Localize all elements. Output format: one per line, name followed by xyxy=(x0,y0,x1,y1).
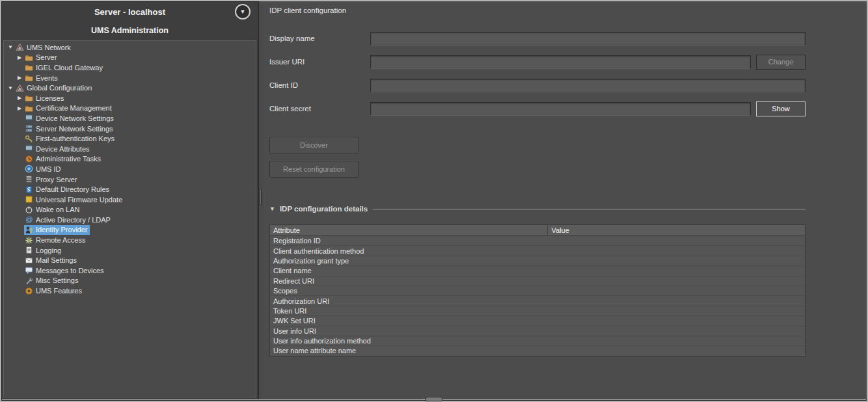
show-button[interactable]: Show xyxy=(756,101,806,116)
tree-item-content[interactable]: Messages to Devices xyxy=(24,265,107,276)
tree-item-identity-provider[interactable]: Identity Provider xyxy=(4,225,256,235)
page-title: IDP client configuration xyxy=(269,7,806,14)
client-id-input[interactable] xyxy=(370,79,806,92)
tree-item-universal-firmware-update[interactable]: Universal Firmware Update xyxy=(4,194,256,205)
table-row[interactable]: User name attribute name xyxy=(270,346,805,356)
column-header-value[interactable]: Value xyxy=(548,225,805,235)
tree-item-server-network-settings[interactable]: Server Network Settings xyxy=(4,124,256,134)
tree-item-device-network-settings[interactable]: Device Network Settings xyxy=(4,113,256,124)
svg-text:@: @ xyxy=(25,216,33,224)
tree-item-device-attributes[interactable]: Device Attributes xyxy=(4,144,256,154)
wrench-icon xyxy=(25,276,33,285)
chevron-down-icon[interactable]: ▼ xyxy=(6,83,15,93)
tree-item-content[interactable]: UMS ID xyxy=(24,164,64,174)
tree-item-content[interactable]: UMS Network xyxy=(15,42,74,53)
change-button[interactable]: Change xyxy=(756,55,806,70)
monitor-icon xyxy=(25,114,33,122)
tree-item-ums-id[interactable]: UMS ID xyxy=(4,164,256,174)
tree-item-messages-to-devices[interactable]: Messages to Devices xyxy=(4,265,256,276)
tree-item-content[interactable]: Wake on LAN xyxy=(24,205,82,215)
server-menu-button[interactable]: ▼ xyxy=(235,4,251,20)
splitter-grip-icon[interactable] xyxy=(260,189,262,206)
tree-item-content[interactable]: Remote Access xyxy=(24,235,88,245)
tree-item-content[interactable]: Device Attributes xyxy=(24,144,92,154)
tree-item-certificate-management[interactable]: ▶Certificate Management xyxy=(4,103,256,114)
tree-item-administrative-tasks[interactable]: Administrative Tasks xyxy=(4,154,256,165)
issuer-uri-label: Issuer URI xyxy=(269,58,370,66)
attribute-cell: User info URI xyxy=(270,327,548,335)
server-network-icon xyxy=(25,124,33,133)
tree-item-content[interactable]: Device Network Settings xyxy=(24,113,116,124)
chevron-right-icon[interactable]: ▶ xyxy=(15,53,24,62)
tree-item-ums-network[interactable]: ▼UMS Network xyxy=(4,42,256,53)
chevron-down-icon[interactable]: ▼ xyxy=(269,206,275,212)
tree-item-content[interactable]: Licenses xyxy=(24,93,66,103)
chevron-right-icon[interactable]: ▶ xyxy=(15,93,24,103)
tree-item-active-directory-ldap[interactable]: @Active Directory / LDAP xyxy=(4,215,256,225)
tree-item-content[interactable]: @Active Directory / LDAP xyxy=(24,215,113,225)
tree-item-content[interactable]: UMS Features xyxy=(24,286,85,296)
tree-item-misc-settings[interactable]: Misc Settings xyxy=(4,276,256,286)
attribute-cell: User name attribute name xyxy=(270,347,548,355)
tree-item-content[interactable]: First-authentication Keys xyxy=(24,133,117,144)
attribute-cell: Client authentication method xyxy=(270,247,548,255)
tree-item-igel-cloud-gateway[interactable]: IGEL Cloud Gateway xyxy=(4,62,256,73)
wake-on-lan-icon xyxy=(25,206,33,214)
chevron-right-icon[interactable]: ▶ xyxy=(15,73,24,83)
client-secret-input[interactable] xyxy=(370,102,751,116)
window-collapse-grip[interactable] xyxy=(426,397,442,401)
table-row[interactable]: Registration ID xyxy=(270,236,805,246)
sidebar-subheader: UMS Administration xyxy=(1,22,258,39)
tree-item-content[interactable]: Server Network Settings xyxy=(24,124,116,134)
tree-item-content[interactable]: Administrative Tasks xyxy=(24,154,103,165)
at-symbol-icon: @ xyxy=(25,215,33,224)
discover-button[interactable]: Discover xyxy=(269,137,359,154)
tree-item-global-configuration[interactable]: ▼Global Configuration xyxy=(4,83,256,93)
table-row[interactable]: Redirect URI xyxy=(270,276,805,286)
tree-item-content[interactable]: Mail Settings xyxy=(24,255,79,265)
tree-item-content[interactable]: Universal Firmware Update xyxy=(24,194,125,205)
tree-item-default-directory-rules[interactable]: Default Directory Rules xyxy=(4,184,256,194)
tree-item-content[interactable]: Global Configuration xyxy=(15,83,94,93)
tree-item-content[interactable]: Default Directory Rules xyxy=(24,184,112,194)
table-row[interactable]: User info authorization method xyxy=(270,336,805,346)
table-row[interactable]: Authorization grant type xyxy=(270,256,805,266)
chevron-right-icon[interactable]: ▶ xyxy=(15,103,24,113)
table-row[interactable]: Authorization URI xyxy=(270,296,805,306)
tree-item-first-authentication-keys[interactable]: First-authentication Keys xyxy=(4,133,256,144)
chevron-down-icon[interactable]: ▼ xyxy=(6,42,15,52)
tree-item-content[interactable]: Logging xyxy=(24,245,64,256)
main-panel: IDP client configuration Display nameIss… xyxy=(263,1,867,399)
table-row[interactable]: Client name xyxy=(270,266,805,276)
display-name-input[interactable] xyxy=(370,32,806,46)
tree-item-content[interactable]: Misc Settings xyxy=(24,276,81,286)
table-row[interactable]: JWK Set URI xyxy=(270,316,805,326)
tree-item-proxy-server[interactable]: Proxy Server xyxy=(4,174,256,185)
table-row[interactable]: User info URI xyxy=(270,327,805,336)
attribute-cell: JWK Set URI xyxy=(270,317,548,325)
table-row[interactable]: Token URI xyxy=(270,306,805,316)
reset-configuration-button[interactable]: Reset configuration xyxy=(269,161,359,178)
tree-item-logging[interactable]: Logging xyxy=(4,245,256,256)
tree-item-label: Active Directory / LDAP xyxy=(36,216,111,224)
table-row[interactable]: Client authentication method xyxy=(270,246,805,256)
field-row-display-name: Display name xyxy=(269,31,806,46)
tree-item-mail-settings[interactable]: Mail Settings xyxy=(4,255,256,265)
tree-item-server[interactable]: ▶Server xyxy=(4,53,256,63)
tree-item-ums-features[interactable]: UMS Features xyxy=(4,286,256,296)
tree-item-content[interactable]: IGEL Cloud Gateway xyxy=(24,62,105,73)
table-row[interactable]: Scopes xyxy=(270,286,805,296)
issuer-uri-input[interactable] xyxy=(370,55,751,69)
tree-item-content[interactable]: Certificate Management xyxy=(24,103,115,114)
identity-icon xyxy=(25,226,33,234)
column-header-attribute[interactable]: Attribute xyxy=(270,225,548,235)
tree-item-content[interactable]: Events xyxy=(24,73,61,83)
tree-item-content[interactable]: Server xyxy=(24,53,59,63)
tree-item-content[interactable]: Proxy Server xyxy=(24,174,80,185)
tree-item-content[interactable]: Identity Provider xyxy=(24,225,90,235)
tree-item-events[interactable]: ▶Events xyxy=(4,73,256,83)
tree-item-remote-access[interactable]: Remote Access xyxy=(4,235,256,245)
tree-item-licenses[interactable]: ▶Licenses xyxy=(4,93,256,103)
tree-item-wake-on-lan[interactable]: Wake on LAN xyxy=(4,205,256,215)
tree-item-label: Misc Settings xyxy=(36,276,78,284)
